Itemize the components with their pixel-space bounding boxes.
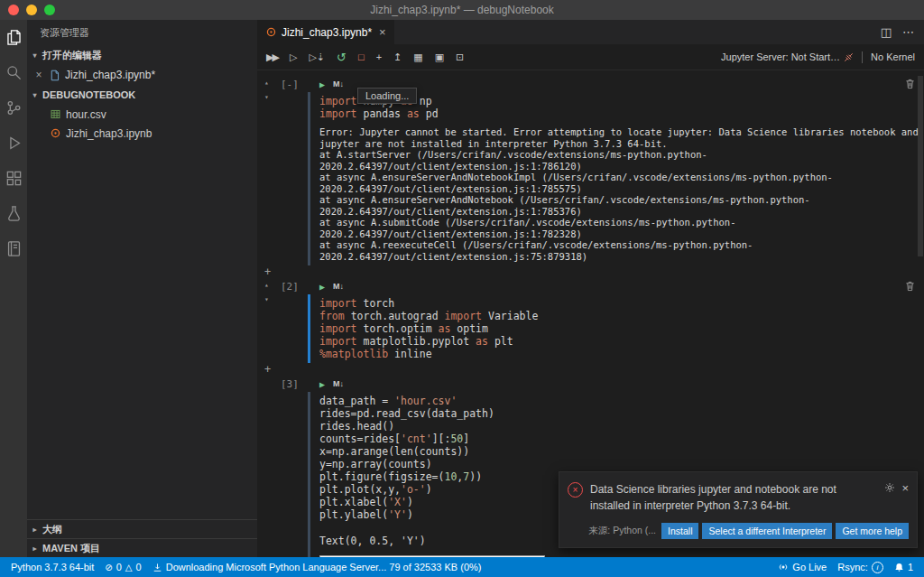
loading-tooltip: Loading... xyxy=(357,88,417,104)
split-editor-icon[interactable]: ◫ xyxy=(881,25,892,39)
error-line: at async A.reexecuteCell (/Users/crifan/… xyxy=(319,239,919,251)
notebook-cell: ▴▾[-]▶M↓import numpy as npimport pandas … xyxy=(261,76,919,265)
notebook-file-icon xyxy=(265,26,277,38)
jupyter-server-status[interactable]: Jupyter Server: Not Start… xyxy=(721,51,854,62)
delete-cell-icon[interactable] xyxy=(905,281,919,292)
run-cell-icon[interactable]: ▶ xyxy=(319,282,325,292)
chevron-right-icon: ▸ xyxy=(30,526,40,534)
disconnected-icon xyxy=(844,52,854,62)
run-cell-icon[interactable]: ▷ xyxy=(290,52,297,62)
download-progress-status: Downloading Microsoft Python Language Se… xyxy=(147,557,487,577)
more-actions-icon[interactable]: ⋯ xyxy=(902,25,914,39)
cell-content: import torchfrom torch.autograd import V… xyxy=(308,294,919,363)
code-line: counts=rides['cnt'][:50] xyxy=(319,433,919,445)
collapse-cell-icon[interactable]: ▴ xyxy=(264,282,269,289)
collapse-all-icon[interactable]: ↥ xyxy=(393,52,402,62)
error-line: at A.startServer (/Users/crifan/.vscode/… xyxy=(319,149,919,161)
open-editors-label: 打开的编辑器 xyxy=(42,49,102,62)
close-window-button[interactable] xyxy=(8,5,19,15)
maximize-window-button[interactable] xyxy=(44,5,55,15)
code-line: y=np.array(counts) xyxy=(319,458,919,470)
folder-label: DEBUGNOTEBOOK xyxy=(42,89,135,100)
editor-scrollbar[interactable] xyxy=(918,76,923,256)
sidebar-explorer: 资源管理器 ▾ 打开的编辑器 ×Jizhi_chap3.ipynb* ▾ DEB… xyxy=(27,20,257,557)
notebook-activity-icon[interactable] xyxy=(4,238,23,258)
notifications-bell[interactable]: 1 xyxy=(889,557,919,577)
download-icon xyxy=(152,563,162,572)
collapse-cell-icon[interactable]: ▴ xyxy=(264,79,269,87)
save-notebook-icon[interactable]: ▣ xyxy=(435,52,444,62)
open-editors-section-header[interactable]: ▾ 打开的编辑器 xyxy=(27,45,257,65)
close-notification-icon[interactable]: × xyxy=(901,481,909,495)
code-line: import torch.optim as optim xyxy=(319,322,919,335)
file-item[interactable]: hour.csv xyxy=(27,105,257,124)
file-item[interactable]: Jizhi_chap3.ipynb xyxy=(27,124,257,143)
python-interpreter-status[interactable]: Python 3.7.3 64-bit xyxy=(5,557,99,577)
markdown-toggle-icon[interactable]: M↓ xyxy=(333,379,344,388)
export-notebook-icon[interactable]: ⊡ xyxy=(456,52,464,62)
markdown-toggle-icon[interactable]: M↓ xyxy=(333,282,344,291)
kernel-status[interactable]: No Kernel xyxy=(871,51,915,62)
code-line: import torch xyxy=(319,297,919,310)
gear-icon[interactable] xyxy=(884,482,895,493)
status-bar: Python 3.7.3 64-bit ⊘ 0 △ 0 Downloading … xyxy=(0,557,924,577)
run-cells-below-icon[interactable]: ▷⇣ xyxy=(309,52,325,62)
delete-cell-icon[interactable] xyxy=(905,79,919,89)
error-line: at async A.ensureServerAndNotebook (/Use… xyxy=(319,194,919,206)
tab-bar: Jizhi_chap3.ipynb* × ◫ ⋯ xyxy=(257,20,924,44)
markdown-toggle-icon[interactable]: M↓ xyxy=(333,79,344,88)
code-line: rides.head() xyxy=(319,420,919,433)
notification-message: Data Science libraries jupyter and noteb… xyxy=(590,481,877,515)
rsync-status[interactable]: Rsync: i xyxy=(832,557,889,577)
cell-execution-count: [-] xyxy=(281,79,299,90)
explorer-activity-icon[interactable] xyxy=(4,27,23,47)
testing-activity-icon[interactable] xyxy=(4,203,23,223)
run-cell-icon[interactable]: ▶ xyxy=(319,79,325,89)
sidebar-section[interactable]: ▸大纲 xyxy=(27,519,257,538)
close-file-icon[interactable]: × xyxy=(33,69,44,81)
activity-bar xyxy=(0,20,27,557)
cell-toolbar: ▶M↓ xyxy=(308,278,919,294)
cell-body: ▶M↓import torchfrom torch.autograd impor… xyxy=(308,278,919,363)
cell-code-editor[interactable]: import torchfrom torch.autograd import V… xyxy=(319,297,919,360)
cell-code-editor[interactable]: import numpy as npimport pandas as pdLoa… xyxy=(319,95,919,120)
add-cell-icon[interactable]: + xyxy=(376,52,382,62)
close-tab-icon[interactable]: × xyxy=(379,25,386,39)
notification-source: 来源: Python (... xyxy=(588,525,656,537)
folder-section-header[interactable]: ▾ DEBUGNOTEBOOK xyxy=(27,85,257,105)
vscode-window: Jizhi_chap3.ipynb* — debugNotebook 资源管理器… xyxy=(0,0,924,577)
run-debug-activity-icon[interactable] xyxy=(4,133,23,153)
notebook-status: Jupyter Server: Not Start… No Kernel xyxy=(721,51,915,63)
file-tree: hour.csvJizhi_chap3.ipynb xyxy=(27,105,257,143)
sidebar-section[interactable]: ▸MAVEN 项目 xyxy=(27,538,257,557)
open-editor-item[interactable]: ×Jizhi_chap3.ipynb* xyxy=(27,65,257,85)
add-cell-icon[interactable]: + xyxy=(264,364,271,375)
get-more-help-button[interactable]: Get more help xyxy=(836,523,909,539)
expand-cell-icon[interactable]: ▾ xyxy=(264,94,269,101)
notification-actions: × xyxy=(884,481,909,495)
file-label: hour.csv xyxy=(66,108,106,121)
tab-jizhi-chap3[interactable]: Jizhi_chap3.ipynb* × xyxy=(257,20,394,44)
restart-kernel-icon[interactable]: ↺ xyxy=(337,51,346,63)
go-live-status[interactable]: Go Live xyxy=(772,557,832,577)
variable-explorer-icon[interactable]: ▦ xyxy=(413,52,422,62)
error-icon: × xyxy=(568,482,583,498)
source-control-activity-icon[interactable] xyxy=(4,98,23,117)
interrupt-kernel-icon[interactable]: □ xyxy=(358,52,365,62)
errors-icon: ⊘ xyxy=(105,563,112,572)
problems-status[interactable]: ⊘ 0 △ 0 xyxy=(99,557,146,577)
search-activity-icon[interactable] xyxy=(4,62,23,82)
window-title: Jizhi_chap3.ipynb* — debugNotebook xyxy=(370,4,553,16)
add-cell-row: + xyxy=(261,265,919,278)
run-all-cells-icon[interactable]: ▶▶ xyxy=(266,52,278,62)
select-a-different-interpreter-button[interactable]: Select a different Interpreter xyxy=(702,523,832,539)
add-cell-icon[interactable]: + xyxy=(264,266,271,277)
install-button[interactable]: Install xyxy=(661,523,698,539)
extensions-activity-icon[interactable] xyxy=(4,168,23,188)
editor-actions: ◫ ⋯ xyxy=(881,20,924,44)
run-cell-icon[interactable]: ▶ xyxy=(319,379,325,389)
minimize-window-button[interactable] xyxy=(26,5,37,15)
expand-cell-icon[interactable]: ▾ xyxy=(264,296,269,303)
cell-gutter: ▴▾[-] xyxy=(261,76,308,265)
file-icon xyxy=(49,70,60,81)
